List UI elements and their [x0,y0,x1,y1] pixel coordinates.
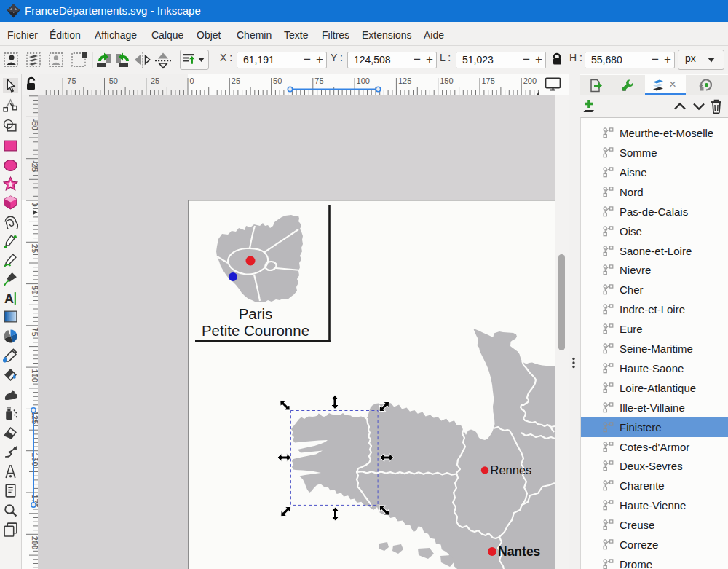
svg-text:-75: -75 [65,76,76,85]
svg-text:200: 200 [523,76,537,85]
svg-text:25: 25 [31,244,38,253]
svg-text:100: 100 [31,369,38,382]
svg-text:Rennes: Rennes [491,463,532,476]
svg-text:175: 175 [482,76,495,85]
svg-text:50: 50 [31,286,38,294]
svg-text:Petite Couronne: Petite Couronne [202,322,309,339]
svg-text:-50: -50 [106,76,118,85]
svg-text:200: 200 [31,536,38,549]
svg-text:75: 75 [314,76,323,85]
svg-text:-25: -25 [148,76,159,85]
svg-text:150: 150 [440,76,453,85]
svg-text:Nantes: Nantes [498,544,541,559]
svg-text:A: A [4,291,14,306]
svg-text:125: 125 [398,76,411,85]
svg-text:-50: -50 [31,119,38,130]
svg-text:Paris: Paris [239,305,273,322]
svg-text:75: 75 [31,327,38,336]
svg-text:25: 25 [232,76,240,85]
svg-text:100: 100 [357,76,370,85]
svg-text:50: 50 [273,76,282,85]
svg-text:-25: -25 [31,160,38,172]
svg-text:0: 0 [31,203,38,207]
svg-text:0: 0 [190,76,194,85]
